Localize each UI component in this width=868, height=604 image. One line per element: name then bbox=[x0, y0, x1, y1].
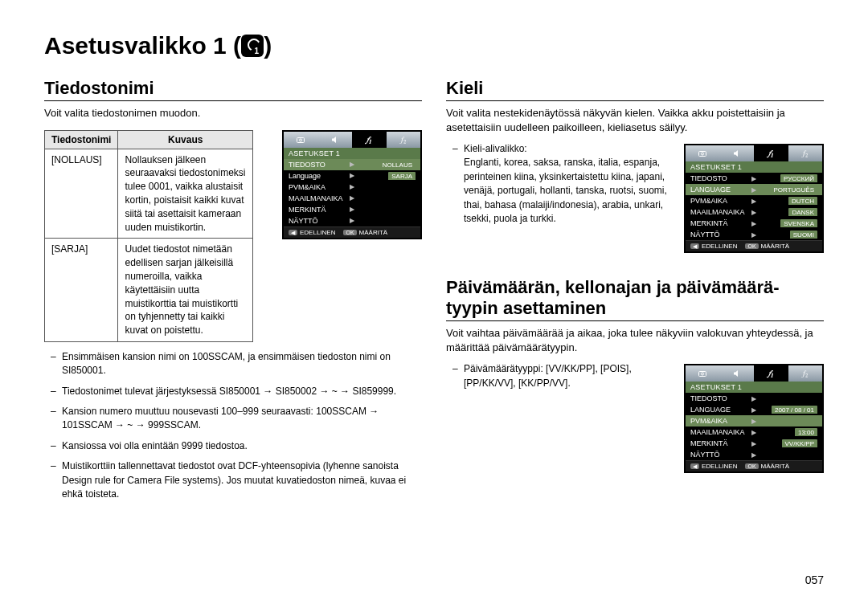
lcd-row-value: NOLLAUS bbox=[359, 161, 416, 169]
chevron-right-icon: ▶ bbox=[350, 217, 354, 224]
tiedostonimi-table: Tiedostonimi Kuvaus [NOLLAUS] Nollauksen… bbox=[44, 130, 253, 342]
lcd-foot-right: MÄÄRITÄ bbox=[761, 463, 790, 470]
lcd-row-value: SARJA bbox=[359, 172, 416, 180]
lcd-row: LANGUAGE▶2007 / 08 / 01 bbox=[686, 404, 822, 415]
cell-name: [NOLLAUS] bbox=[45, 149, 118, 239]
lcd-value-box: SARJA bbox=[388, 172, 416, 180]
lcd-row: MAAILMANAIKA▶13:00 bbox=[686, 426, 822, 438]
chevron-right-icon: ▶ bbox=[350, 172, 354, 179]
table-row: [SARJA] Uudet tiedostot nimetään edellis… bbox=[45, 239, 253, 342]
lcd-row-label: LANGUAGE bbox=[690, 406, 747, 414]
lcd-row: NÄYTTÖ▶SUOMI bbox=[686, 229, 822, 240]
cell-desc: Uudet tiedostot nimetään edellisen sarja… bbox=[118, 239, 253, 342]
lcd-row-label: MAAILMANAIKA bbox=[690, 428, 747, 436]
lcd-row-label: MERKINTÄ bbox=[289, 206, 345, 214]
date-intro: Voit vaihtaa päivämäärää ja aikaa, joka … bbox=[446, 326, 824, 354]
lcd-row-label: Language bbox=[289, 172, 345, 180]
svg-rect-0 bbox=[297, 137, 305, 142]
lcd-foot-right: MÄÄRITÄ bbox=[761, 243, 790, 250]
back-key-icon: ◀ bbox=[690, 463, 699, 469]
chevron-right-icon: ▶ bbox=[350, 183, 354, 190]
ok-key: OK bbox=[745, 243, 758, 249]
left-column: Tiedostonimi Voit valita tiedostonimen m… bbox=[44, 67, 422, 508]
lcd-footer: ◀EDELLINEN OKMÄÄRITÄ bbox=[284, 226, 420, 238]
heading-tiedostonimi: Tiedostonimi bbox=[44, 78, 422, 101]
lcd-row-label: PVM&AIKA bbox=[289, 183, 345, 191]
lcd-foot-left: EDELLINEN bbox=[702, 463, 737, 470]
lcd-row-label: NÄYTTÖ bbox=[690, 231, 747, 239]
note-item: Kansion numero muuttuu nousevasti 100–99… bbox=[44, 405, 422, 433]
lcd-row-label: PVM&AIKA bbox=[690, 417, 747, 425]
tiedostonimi-notes: Ensimmäisen kansion nimi on 100SSCAM, ja… bbox=[44, 350, 422, 502]
lcd-foot-right: MÄÄRITÄ bbox=[359, 229, 388, 236]
kieli-submenu: Kieli-alivalikko: Englanti, korea, saksa… bbox=[446, 142, 824, 226]
lcd-row-value: SUOMI bbox=[761, 231, 817, 239]
lcd-row-label: NÄYTTÖ bbox=[690, 451, 747, 459]
wrench-settings-1-icon bbox=[241, 35, 264, 57]
lcd-row-label: TIEDOSTO bbox=[690, 394, 747, 402]
chevron-right-icon: ▶ bbox=[751, 406, 756, 414]
lcd-title: ASETUKSET 1 bbox=[284, 148, 420, 159]
svg-point-1 bbox=[300, 139, 302, 141]
lcd-row: MAAILMANAIKA▶ bbox=[284, 193, 420, 204]
lcd-row: TIEDOSTO▶ bbox=[686, 393, 822, 404]
kieli-sub-heading: Kieli-alivalikko: bbox=[464, 143, 527, 154]
lcd-tiedostonimi: 𝑓₁ 𝑓₂ ASETUKSET 1 TIEDOSTO▶NOLLAUSLangua… bbox=[282, 130, 422, 239]
date-type-item: Päivämäärätyyppi: [VV/KK/PP], [POIS], [P… bbox=[446, 362, 824, 390]
lcd-value-box: 2007 / 08 / 01 bbox=[772, 406, 817, 414]
chevron-right-icon: ▶ bbox=[350, 194, 354, 202]
chevron-right-icon: ▶ bbox=[751, 429, 756, 436]
lcd-footer: ◀EDELLINEN OKMÄÄRITÄ bbox=[686, 240, 822, 251]
lcd-row-label: MERKINTÄ bbox=[690, 439, 747, 447]
lcd-rows: TIEDOSTO▶NOLLAUSLanguage▶SARJAPVM&AIKA▶M… bbox=[284, 159, 420, 226]
chevron-right-icon: ▶ bbox=[350, 206, 354, 213]
page-title: Asetusvalikko 1 () bbox=[44, 32, 824, 59]
chevron-right-icon: ▶ bbox=[350, 161, 354, 168]
heading-date: Päivämäärän, kellonajan ja päivämäärä­ty… bbox=[446, 277, 824, 321]
settings1-tab: 𝑓₁ bbox=[352, 132, 387, 148]
note-item: Kansiossa voi olla enintään 9999 tiedost… bbox=[44, 439, 422, 453]
lcd-row-label: MAAILMANAIKA bbox=[289, 194, 345, 202]
lcd-footer: ◀EDELLINEN OKMÄÄRITÄ bbox=[686, 460, 822, 471]
lcd-row-value: 2007 / 08 / 01 bbox=[761, 406, 817, 414]
chevron-right-icon: ▶ bbox=[751, 440, 756, 447]
lcd-row-label: NÄYTTÖ bbox=[289, 217, 345, 225]
th-name: Tiedostonimi bbox=[45, 130, 118, 149]
note-item: Ensimmäisen kansion nimi on 100SSCAM, ja… bbox=[44, 350, 422, 378]
lcd-row: TIEDOSTO▶NOLLAUS bbox=[284, 159, 420, 170]
page-number: 057 bbox=[805, 573, 824, 586]
date-type-label: Päivämäärätyyppi: bbox=[464, 363, 543, 374]
settings2-tab: 𝑓₂ bbox=[387, 132, 421, 148]
camera-icon bbox=[284, 132, 318, 148]
back-key-icon: ◀ bbox=[690, 243, 699, 249]
lcd-value-box: SUOMI bbox=[790, 231, 817, 239]
lcd-value-box: 13:00 bbox=[795, 428, 817, 436]
page-title-suffix: ) bbox=[264, 32, 272, 59]
kieli-sub-body: Englanti, korea, saksa, ranska, italia, … bbox=[464, 157, 667, 224]
back-key-icon: ◀ bbox=[289, 230, 297, 235]
chevron-right-icon: ▶ bbox=[751, 231, 756, 239]
kieli-intro: Voit valita nestekidenäytössä näkyvän ki… bbox=[446, 106, 824, 134]
lcd-row: PVM&AIKA▶ bbox=[686, 415, 822, 426]
heading-kieli: Kieli bbox=[446, 78, 824, 101]
note-item: Muistikorttiin tallennettavat tiedostot … bbox=[44, 459, 422, 501]
ok-key: OK bbox=[343, 230, 356, 235]
lcd-value-box: NOLLAUS bbox=[379, 161, 416, 169]
lcd-row: MERKINTÄ▶ bbox=[284, 204, 420, 215]
lcd-rows: TIEDOSTO▶LANGUAGE▶2007 / 08 / 01PVM&AIKA… bbox=[686, 393, 822, 460]
lcd-row-value: VV/KK/PP bbox=[761, 439, 817, 447]
lcd-row: PVM&AIKA▶ bbox=[284, 182, 420, 193]
chevron-right-icon: ▶ bbox=[751, 418, 756, 425]
lcd-foot-left: EDELLINEN bbox=[702, 243, 737, 250]
lcd-row-value: 13:00 bbox=[761, 428, 817, 436]
lcd-row: MERKINTÄ▶VV/KK/PP bbox=[686, 438, 822, 449]
cell-desc: Nollauksen jälkeen seuraavaksi tiedoston… bbox=[118, 149, 253, 239]
page-title-prefix: Asetusvalikko 1 ( bbox=[44, 32, 241, 59]
chevron-right-icon: ▶ bbox=[751, 451, 756, 459]
table-row: [NOLLAUS] Nollauksen jälkeen seuraavaksi… bbox=[45, 149, 253, 239]
th-desc: Kuvaus bbox=[118, 130, 253, 149]
chevron-right-icon: ▶ bbox=[751, 395, 756, 402]
tiedostonimi-intro: Voit valita tiedostonimen muodon. bbox=[44, 106, 422, 120]
ok-key: OK bbox=[745, 463, 758, 469]
lcd-row: NÄYTTÖ▶ bbox=[284, 215, 420, 226]
